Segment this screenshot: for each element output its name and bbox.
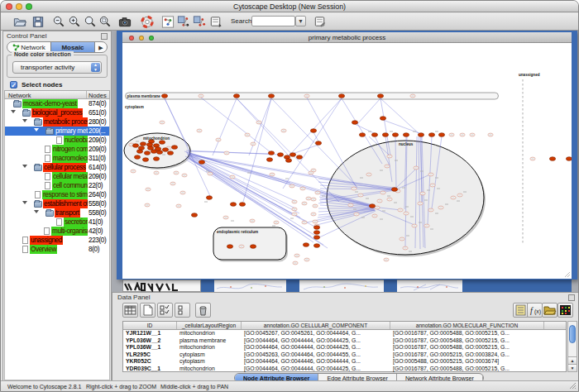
edge[interactable] [357,98,380,124]
selected-node[interactable] [313,244,319,248]
edge[interactable] [380,98,419,134]
search-input[interactable] [251,16,295,26]
selected-node[interactable] [290,153,295,157]
tab-overflow-arrow[interactable]: ▶ [94,42,107,52]
background-window-corner-2[interactable] [286,280,299,292]
table-row[interactable]: YPL036W__2plasma membrane[GO:0044464, GO… [123,337,566,345]
tree-row[interactable]: metabolic process280(0) [5,117,109,127]
search-dropdown-arrow[interactable]: ▼ [295,16,306,26]
network-window-titlebar[interactable]: primary metabolic process [122,32,572,43]
selected-node[interactable] [167,151,173,155]
tree-row[interactable]: Overview8(0) [5,245,109,254]
selected-node[interactable] [285,159,291,163]
edge[interactable] [287,98,342,158]
tree-row[interactable]: mosaic-demo-yeast874(0) [5,99,109,108]
net-zoom-button[interactable] [149,36,154,41]
background-window-4[interactable] [397,280,462,292]
selected-node[interactable] [438,133,444,137]
tree-row[interactable]: nucleobase-209(0) [5,136,109,145]
tree-row[interactable]: cell communicat22(0) [5,181,109,190]
tree-row[interactable]: secretion41(0) [5,218,109,227]
canvas-resize-grip[interactable] [564,271,571,278]
selected-node[interactable] [239,203,245,207]
selected-node[interactable] [142,158,148,162]
selected-node[interactable] [233,94,239,98]
edge[interactable] [185,156,300,218]
table-row[interactable]: YLR295Ccytoplasm[GO:0045263, GO:0044464,… [123,351,566,359]
selected-node[interactable] [377,94,383,98]
tree-row[interactable]: nitrogen compo209(0) [5,145,109,154]
background-window-2[interactable] [214,280,286,292]
table-row[interactable]: YDR039C__1mitochondrion[GO:0044464, GO:0… [123,366,566,373]
selected-node[interactable] [403,133,409,137]
table-row[interactable]: YPL036W__1mitochondrion[GO:0044464, GO:0… [123,344,566,351]
window-resize-grip[interactable] [569,382,577,390]
expand-arrow-icon[interactable] [11,110,16,113]
zoom-in-icon[interactable] [67,15,82,29]
expand-arrow-icon[interactable] [22,165,27,168]
selected-node[interactable] [296,155,302,160]
net-minimize-button[interactable] [139,36,144,41]
selected-node[interactable] [227,245,232,249]
tree-row[interactable]: macromolecule311(0) [5,154,109,163]
selected-node[interactable] [359,133,365,137]
edge[interactable] [184,151,290,183]
expand-arrow-icon[interactable] [22,201,27,204]
selected-node[interactable] [155,147,160,151]
tree-row[interactable]: cellular process614(0) [5,163,109,172]
selected-node[interactable] [161,94,167,98]
save-icon[interactable] [31,15,45,29]
select-nodes-checkbox[interactable]: ✓ [10,81,17,88]
search-config-icon[interactable] [313,15,328,29]
plasma-membrane-compartment[interactable] [126,93,499,99]
edge[interactable] [249,98,271,155]
tree-header[interactable]: Network Nodes [4,90,110,99]
layout-a-icon[interactable] [176,15,191,29]
tree-row[interactable]: biological_process651(0) [5,108,109,117]
zoom-fit-icon[interactable] [83,15,98,29]
expand-arrow-icon[interactable] [34,210,39,213]
edge[interactable] [237,98,288,155]
selected-node[interactable] [369,204,375,208]
column-header[interactable]: _cellularLayoutRegion [177,322,242,329]
selected-node[interactable] [266,158,272,162]
attribute-matrix-button[interactable] [557,303,573,318]
background-window-corner-3[interactable] [384,280,397,292]
selected-node[interactable] [250,245,256,249]
column-header[interactable]: ID [123,322,177,329]
unselect-attributes-button[interactable] [175,303,190,318]
selected-node[interactable] [162,148,168,152]
tree-row[interactable]: cellular metabol209(0) [5,172,109,181]
scroll-down-button[interactable]: ▼ [568,364,577,371]
edge[interactable] [186,151,281,155]
expand-arrow-icon[interactable] [34,128,39,131]
edge[interactable] [201,98,270,152]
selected-node[interactable] [352,121,357,125]
selected-node[interactable] [199,160,204,165]
attribute-table-header[interactable]: ID_cellularLayoutRegionannotation.GO CEL… [123,322,566,330]
layout-b-icon[interactable] [192,15,207,29]
selected-node[interactable] [549,157,555,161]
selected-node[interactable] [134,155,140,160]
expand-arrow-icon[interactable] [22,119,27,122]
control-panel-float-icon[interactable] [101,33,108,40]
selected-node[interactable] [313,231,319,235]
selected-node[interactable] [303,243,309,247]
import-annotation-icon[interactable] [208,15,223,29]
selected-node[interactable] [338,94,344,98]
selected-node[interactable] [230,203,236,207]
selected-node[interactable] [191,213,197,218]
tree-row[interactable]: multi-organism pro42(0) [5,227,109,236]
tree-row[interactable]: response to stimulu264(0) [5,190,109,199]
table-row[interactable]: YJR121W__1mitochondrion[GO:0045267, GO:0… [123,330,566,337]
attribute-table-button[interactable] [122,303,138,318]
background-window-1[interactable] [122,280,201,292]
tree-row[interactable]: unassigned223(0) [5,236,109,245]
selected-node[interactable] [159,141,165,145]
table-scrollbar[interactable]: ▲ ▼ [567,321,577,372]
selected-node[interactable] [153,157,159,161]
new-attribute-button[interactable] [140,303,156,318]
selected-node[interactable] [380,117,385,121]
selected-node[interactable] [391,188,397,192]
zoom-button[interactable] [26,3,32,10]
